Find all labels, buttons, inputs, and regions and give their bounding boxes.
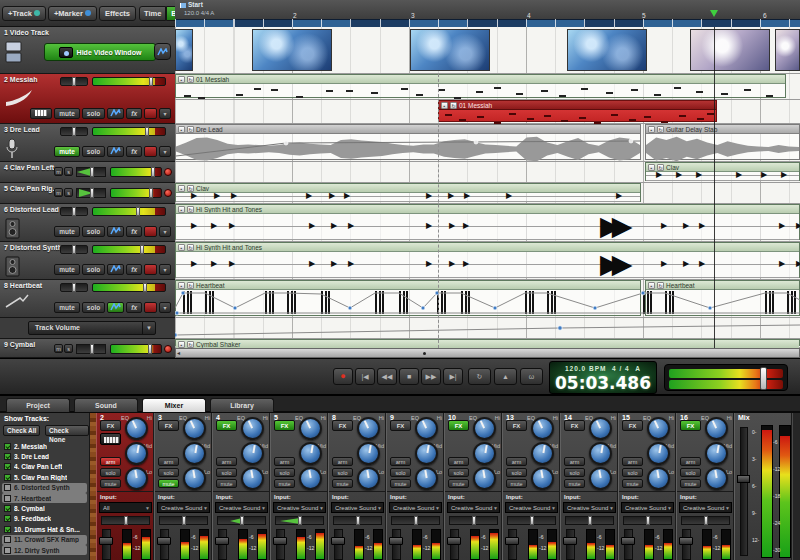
pan-slider[interactable] bbox=[275, 516, 324, 525]
master-fader-handle[interactable] bbox=[737, 475, 750, 483]
pan-slider[interactable] bbox=[101, 516, 150, 525]
arm-button[interactable]: arm bbox=[332, 457, 353, 466]
eq-knob[interactable] bbox=[299, 417, 322, 440]
pan-handle[interactable] bbox=[588, 516, 592, 525]
eq-knob[interactable] bbox=[357, 442, 380, 465]
fx-button[interactable]: FX bbox=[274, 420, 295, 431]
fx-button[interactable]: FX bbox=[216, 420, 237, 431]
record-arm-indicator[interactable] bbox=[144, 302, 157, 313]
eq-knob[interactable] bbox=[705, 417, 728, 440]
track-checkbox[interactable] bbox=[4, 515, 11, 522]
list-item[interactable]: 6. Distorted Synth bbox=[2, 483, 87, 493]
fader-handle[interactable] bbox=[389, 537, 403, 545]
mute-button[interactable]: mute bbox=[216, 479, 237, 488]
video-thumbnail[interactable] bbox=[252, 29, 332, 71]
input-dropdown[interactable]: Creative Sound▼ bbox=[679, 502, 732, 513]
volume-slider[interactable] bbox=[92, 245, 166, 254]
fx-button[interactable]: FX bbox=[622, 420, 643, 431]
pan-handle[interactable] bbox=[356, 516, 360, 525]
solo-button[interactable]: solo bbox=[274, 468, 295, 477]
eq-knob[interactable] bbox=[647, 442, 670, 465]
master-effects-button[interactable]: ω bbox=[520, 368, 543, 385]
eq-knob[interactable] bbox=[647, 467, 670, 490]
arm-button[interactable]: arm bbox=[390, 457, 411, 466]
check-none-button[interactable]: Check None bbox=[45, 425, 89, 436]
fader-handle[interactable] bbox=[99, 537, 113, 545]
mute-button[interactable]: mute bbox=[332, 479, 353, 488]
video-automation-button[interactable] bbox=[154, 43, 171, 60]
mute-button[interactable]: mute bbox=[54, 302, 80, 313]
track-header-1-video-track[interactable]: 1 Video TrackHide Video Window bbox=[0, 27, 175, 74]
volume-slider[interactable] bbox=[92, 127, 166, 136]
track-checkbox[interactable] bbox=[4, 443, 11, 450]
eq-knob[interactable] bbox=[125, 467, 148, 490]
tempo-display[interactable]: 120.0 BPM 4 / 4 A bbox=[550, 365, 656, 372]
clip-cymbal-shaker[interactable]: ▪↻Cymbal Shaker bbox=[175, 339, 800, 346]
pan-slider[interactable] bbox=[623, 516, 672, 525]
fx-button[interactable]: FX bbox=[158, 420, 179, 431]
mini-solo-button[interactable]: s bbox=[64, 188, 73, 197]
fader-handle[interactable] bbox=[273, 537, 287, 545]
eq-knob[interactable] bbox=[241, 467, 264, 490]
track-checkbox[interactable] bbox=[4, 536, 11, 543]
track-header-2-messiah[interactable]: 2 Messiahmutesolofx▾ bbox=[0, 74, 175, 124]
clip-mute-icon[interactable]: ▪ bbox=[178, 76, 185, 83]
list-item[interactable]: 5. Clav Pan Right bbox=[2, 472, 87, 482]
record-button[interactable]: ● bbox=[333, 368, 353, 385]
clip-01-messiah[interactable]: ▪↻01 Messiah bbox=[175, 74, 786, 98]
volume-slider[interactable] bbox=[110, 188, 162, 198]
eq-knob[interactable] bbox=[125, 417, 148, 440]
scrollbar-thumb[interactable] bbox=[423, 352, 426, 355]
list-item[interactable]: 2. Messiah bbox=[2, 441, 87, 451]
volume-handle[interactable] bbox=[148, 344, 152, 354]
clip-loop-icon[interactable]: ↻ bbox=[187, 76, 194, 83]
input-dropdown[interactable]: Creative Sound▼ bbox=[389, 502, 442, 513]
solo-button[interactable]: solo bbox=[506, 468, 527, 477]
eq-knob[interactable] bbox=[647, 417, 670, 440]
scroll-left-icon[interactable]: ◂ bbox=[177, 349, 180, 357]
eq-knob[interactable] bbox=[183, 417, 206, 440]
mini-mute-button[interactable]: m bbox=[54, 167, 63, 176]
pan-handle[interactable] bbox=[472, 516, 476, 525]
loop-button[interactable]: ↻ bbox=[468, 368, 491, 385]
record-arm-indicator[interactable] bbox=[144, 108, 157, 119]
fx-button[interactable]: fx bbox=[126, 302, 142, 313]
piano-keyboard-icon[interactable] bbox=[30, 108, 52, 119]
eq-knob[interactable] bbox=[241, 417, 264, 440]
rewind-button[interactable]: ◀◀ bbox=[377, 368, 397, 385]
pan-handle[interactable] bbox=[414, 516, 418, 525]
arm-button[interactable]: arm bbox=[158, 457, 179, 466]
pan-handle[interactable] bbox=[298, 516, 302, 525]
automation-button[interactable] bbox=[107, 264, 124, 275]
pan-wedge-display[interactable] bbox=[76, 344, 106, 354]
volume-handle[interactable] bbox=[145, 127, 149, 136]
clip-guitar-delay-stab[interactable]: ▪↻Guitar Delay Stab bbox=[645, 124, 800, 160]
master-fader[interactable] bbox=[740, 427, 748, 556]
clip-loop-icon[interactable]: ↻ bbox=[657, 126, 664, 133]
pan-handle[interactable] bbox=[90, 167, 94, 177]
mute-button[interactable]: mute bbox=[680, 479, 701, 488]
pan-handle[interactable] bbox=[72, 245, 76, 254]
automation-button[interactable] bbox=[107, 302, 124, 313]
track-header-track-volume[interactable]: Track Volume▼ bbox=[0, 318, 175, 339]
clip-mute-icon[interactable]: ▪ bbox=[178, 206, 185, 213]
collapse-arrow-icon[interactable]: ▾ bbox=[159, 226, 171, 237]
record-arm-indicator[interactable] bbox=[144, 264, 157, 275]
input-dropdown[interactable]: All▼ bbox=[99, 502, 152, 513]
mute-button[interactable]: mute bbox=[622, 479, 643, 488]
video-thumbnail[interactable] bbox=[567, 29, 647, 71]
pan-slider[interactable] bbox=[60, 127, 88, 136]
master-volume-slider[interactable] bbox=[664, 364, 788, 391]
pan-handle[interactable] bbox=[530, 516, 534, 525]
input-dropdown[interactable]: Creative Sound▼ bbox=[621, 502, 674, 513]
video-thumbnail[interactable] bbox=[175, 29, 193, 71]
solo-button[interactable]: solo bbox=[216, 468, 237, 477]
list-item[interactable]: 3. Dre Lead bbox=[2, 451, 87, 461]
tab-mixer[interactable]: Mixer bbox=[142, 398, 206, 412]
pan-slider[interactable] bbox=[159, 516, 208, 525]
automation-button[interactable] bbox=[107, 226, 124, 237]
clip-mute-icon[interactable]: ▪ bbox=[178, 244, 185, 251]
pan-handle[interactable] bbox=[90, 344, 94, 354]
track-header-9-cymbal[interactable]: 9 Cymbalms bbox=[0, 339, 175, 358]
tab-project[interactable]: Project bbox=[6, 398, 70, 412]
